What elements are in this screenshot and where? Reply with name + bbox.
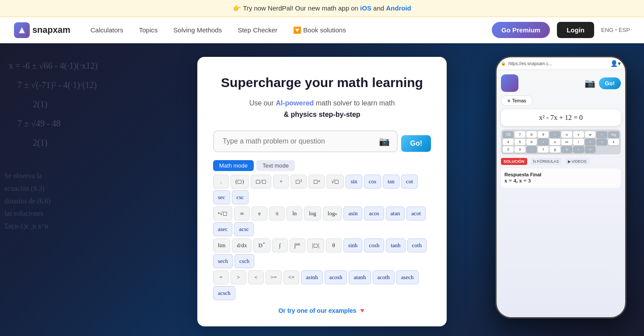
kb-def-integral[interactable]: ∫ᵃᵇ <box>290 238 306 252</box>
kb-acsch[interactable]: acsch <box>213 286 235 300</box>
lang-separator: • <box>615 27 617 33</box>
input-area: 📷 Go! <box>213 130 431 157</box>
logo-icon <box>14 22 30 38</box>
go-button[interactable]: Go! <box>401 135 431 152</box>
kb-sinh[interactable]: sinh <box>343 238 363 252</box>
kb-cot[interactable]: cot <box>401 175 418 189</box>
navbar: snapxam Calculators Topics Solving Metho… <box>0 17 644 43</box>
kb-pi[interactable]: π <box>269 206 285 220</box>
book-solutions-chevron: 🔽 <box>293 26 301 34</box>
kb-sqrt[interactable]: √◻ <box>326 175 344 189</box>
kb-lt[interactable]: < <box>248 270 264 284</box>
nav-solving-methods[interactable]: Solving Methods <box>167 23 228 37</box>
logo-area[interactable]: snapxam <box>14 22 70 38</box>
kb-log[interactable]: log <box>304 206 321 220</box>
modal-overlay: Supercharge your math learning Use our A… <box>0 47 644 336</box>
math-input[interactable] <box>219 131 377 151</box>
kb-atan[interactable]: atan <box>386 206 405 220</box>
nav-calculators[interactable]: Calculators <box>84 23 130 37</box>
examples-icon[interactable]: 🔻 <box>358 307 366 314</box>
kb-ddx[interactable]: d/dx <box>232 238 252 252</box>
kb-row-1: . (◻) ◻/◻ + ◻² ◻ⁿ √◻ sin cos tan cot sec… <box>213 175 431 204</box>
kb-cosh[interactable]: cosh <box>364 238 384 252</box>
modal-subtitle-ai: AI-powered <box>276 99 314 107</box>
kb-eq[interactable]: = <box>213 270 229 284</box>
kb-fraction[interactable]: ◻/◻ <box>251 175 272 189</box>
lang-eng: ENG <box>601 27 613 33</box>
announcement-text: 👉 Try now NerdPal! Our new math app on <box>233 4 358 12</box>
kb-row-4: = > < >= <= asinh acosh atanh acoth asec… <box>213 270 431 300</box>
kb-gt[interactable]: > <box>231 270 246 284</box>
modal-subtitle-plain1: Use our <box>249 99 274 107</box>
ios-link[interactable]: iOS <box>360 4 371 12</box>
nav-actions: Go Premium Login ENG • ESP <box>492 22 630 38</box>
kb-tan[interactable]: tan <box>383 175 399 189</box>
kb-inf[interactable]: ∞ <box>234 206 250 220</box>
kb-dot[interactable]: . <box>213 175 229 189</box>
kb-sec[interactable]: sec <box>213 190 230 204</box>
nav-step-checker[interactable]: Step Checker <box>231 23 284 37</box>
tab-text-mode[interactable]: Text mode <box>256 160 295 171</box>
camera-button[interactable]: 📷 <box>377 134 392 148</box>
kb-gte[interactable]: >= <box>266 270 282 284</box>
kb-dx[interactable]: D˟ <box>253 238 270 252</box>
kb-square[interactable]: ◻² <box>290 175 307 189</box>
kb-coth[interactable]: coth <box>407 238 427 252</box>
announcement-and: and <box>373 4 384 12</box>
kb-cos[interactable]: cos <box>364 175 381 189</box>
main-area: 🔒 https://es.snapxam.c... 👤▾ 📷 Go! ≡ <box>0 47 644 336</box>
lang-esp: ESP <box>619 27 630 33</box>
examples-area: Or try one of our examples 🔻 <box>213 307 431 314</box>
kb-acoth[interactable]: acoth <box>373 270 395 284</box>
math-keyboard: . (◻) ◻/◻ + ◻² ◻ⁿ √◻ sin cos tan cot sec… <box>213 175 431 300</box>
kb-e[interactable]: e <box>252 206 267 220</box>
kb-asin[interactable]: asin <box>343 206 362 220</box>
kb-sin[interactable]: sin <box>346 175 362 189</box>
kb-ln[interactable]: ln <box>287 206 302 220</box>
kb-power[interactable]: ◻ⁿ <box>308 175 325 189</box>
lang-switcher[interactable]: ENG • ESP <box>601 27 630 33</box>
logo-text: snapxam <box>32 25 70 35</box>
kb-parens[interactable]: (◻) <box>231 175 249 189</box>
kb-nthroot[interactable]: ⁿ√◻ <box>213 206 232 220</box>
modal: Supercharge your math learning Use our A… <box>197 57 447 327</box>
kb-acos[interactable]: acos <box>364 206 384 220</box>
kb-csch[interactable]: csch <box>234 254 254 268</box>
kb-row-2: ⁿ√◻ ∞ e π ln log logₙ asin acos atan aco… <box>213 206 431 236</box>
nav-links: Calculators Topics Solving Methods Step … <box>84 23 492 38</box>
modal-title: Supercharge your math learning <box>213 74 431 91</box>
modal-subtitle-bold: & physics step-by-step <box>284 111 360 118</box>
kb-theta[interactable]: θ <box>326 238 342 252</box>
kb-row-3: lim d/dx D˟ ∫ ∫ᵃᵇ |◻| θ sinh cosh tanh c… <box>213 238 431 268</box>
kb-lim[interactable]: lim <box>213 238 230 252</box>
modal-subtitle-plain2: math solver to learn math <box>316 99 395 107</box>
kb-logn[interactable]: logₙ <box>323 206 342 220</box>
kb-asec[interactable]: asec <box>213 222 232 236</box>
tab-math-mode[interactable]: Math mode <box>213 160 254 171</box>
nav-book-solutions[interactable]: 🔽 Book solutions <box>287 23 352 38</box>
mode-tabs: Math mode Text mode <box>213 160 431 171</box>
kb-atanh[interactable]: atanh <box>349 270 371 284</box>
modal-subtitle: Use our AI-powered math solver to learn … <box>213 98 431 120</box>
kb-abs[interactable]: |◻| <box>307 238 324 252</box>
kb-plus[interactable]: + <box>273 175 289 189</box>
kb-csc[interactable]: csc <box>232 190 249 204</box>
kb-acosh[interactable]: acosh <box>325 270 347 284</box>
nav-topics[interactable]: Topics <box>133 23 164 37</box>
input-row: 📷 <box>213 130 398 152</box>
examples-label: Or try one of our examples <box>278 307 356 314</box>
android-link[interactable]: Android <box>386 4 411 12</box>
kb-integral[interactable]: ∫ <box>272 238 288 252</box>
kb-asech[interactable]: asech <box>396 270 419 284</box>
kb-sech[interactable]: sech <box>213 254 233 268</box>
kb-acot[interactable]: acot <box>406 206 426 220</box>
kb-tanh[interactable]: tanh <box>386 238 405 252</box>
kb-asinh[interactable]: asinh <box>301 270 322 284</box>
kb-acsc[interactable]: acsc <box>234 222 253 236</box>
go-premium-button[interactable]: Go Premium <box>492 22 550 38</box>
login-button[interactable]: Login <box>557 22 594 38</box>
kb-lte[interactable]: <= <box>284 270 300 284</box>
announcement-bar: 👉 Try now NerdPal! Our new math app on i… <box>0 0 644 17</box>
